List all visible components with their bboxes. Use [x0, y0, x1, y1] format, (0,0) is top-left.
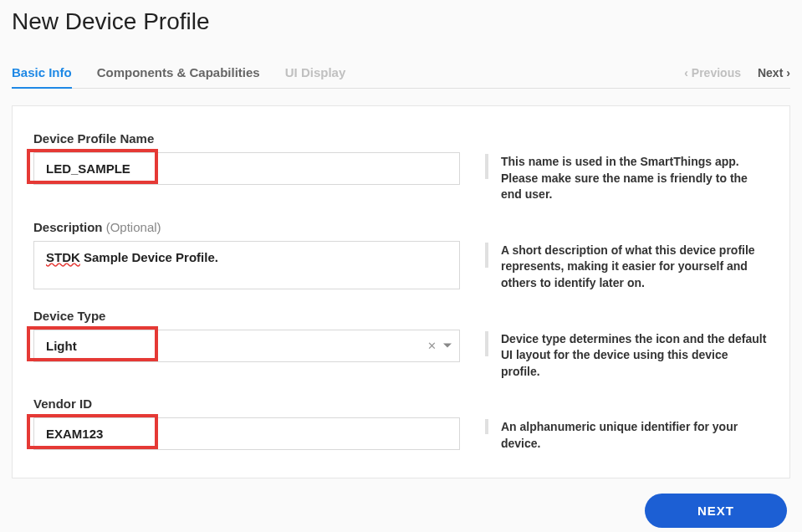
description-input[interactable]: STDK Sample Device Profile. [33, 241, 460, 289]
device-type-label: Device Type [33, 309, 769, 323]
device-type-help: Device type determines the icon and the … [501, 331, 769, 381]
next-button[interactable]: NEXT [645, 494, 787, 528]
chevron-left-icon: ‹ [684, 66, 688, 79]
vendor-id-label: Vendor ID [33, 396, 769, 411]
divider [485, 243, 488, 268]
description-help: A short description of what this device … [501, 243, 769, 292]
vendor-id-input[interactable] [33, 417, 460, 450]
tab-components-capabilities[interactable]: Components & Capabilities [97, 57, 260, 88]
description-optional-tag: (Optional) [106, 220, 161, 234]
form-panel: Device Profile Name This name is used in… [12, 105, 790, 478]
nav-next[interactable]: Next › [758, 66, 790, 79]
nav-previous-label: Previous [692, 66, 741, 79]
divider [485, 419, 488, 434]
spellcheck-underline: STDK [46, 250, 80, 264]
description-label: Description (Optional) [33, 220, 769, 234]
page-title: New Device Profile [12, 8, 790, 35]
vendor-id-help: An alphanumeric unique identifier for yo… [501, 419, 769, 452]
tab-basic-info[interactable]: Basic Info [12, 57, 72, 88]
device-type-select[interactable]: Light [33, 330, 460, 362]
divider [485, 154, 488, 179]
description-label-text: Description [33, 220, 103, 234]
description-text-rest: Sample Device Profile. [80, 250, 218, 264]
device-profile-name-help: This name is used in the SmartThings app… [501, 154, 769, 203]
device-profile-name-label: Device Profile Name [33, 131, 769, 146]
chevron-down-icon[interactable] [443, 344, 452, 348]
divider [485, 331, 488, 356]
tab-ui-display: UI Display [285, 57, 346, 88]
chevron-right-icon: › [786, 66, 790, 79]
nav-previous: ‹ Previous [684, 66, 741, 79]
device-profile-name-input[interactable] [33, 152, 460, 185]
nav-next-label: Next [758, 66, 783, 79]
clear-icon[interactable]: ✕ [427, 340, 437, 352]
tab-bar: Basic Info Components & Capabilities UI … [12, 57, 790, 89]
